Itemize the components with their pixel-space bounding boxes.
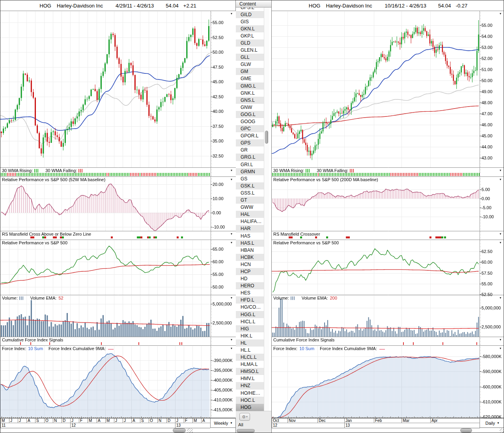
ticker-row[interactable]: GPS: [236, 139, 264, 146]
symbol: HOG: [309, 3, 321, 9]
ticker-row[interactable]: GOG.L: [236, 111, 264, 118]
wma-rising-label: 30 WMA Rising:: [2, 168, 33, 173]
ticker-row[interactable]: HOC.L: [236, 397, 264, 404]
ticker-row[interactable]: GSK.L: [236, 182, 264, 189]
axis-label: -415,000K: [213, 407, 233, 412]
ticker-row[interactable]: HNZ: [236, 382, 264, 389]
ticker-row[interactable]: HICL.L: [236, 318, 264, 325]
ticker-row[interactable]: HCP: [236, 268, 264, 275]
pane-collapse-button[interactable]: ▾: [231, 241, 232, 244]
list-scope-label[interactable]: All: [238, 422, 243, 427]
ticker-list-header[interactable]: Content: [236, 0, 271, 7]
ticker-row[interactable]: GOOG: [236, 118, 264, 125]
ticker-row[interactable]: GLW: [236, 61, 264, 68]
ticker-row[interactable]: GNW: [236, 104, 264, 111]
chart-canvas-right[interactable]: [272, 11, 504, 418]
pane-collapse-button[interactable]: ▾: [231, 178, 232, 181]
resize-grip[interactable]: [500, 428, 504, 433]
ticker-row[interactable]: HCN: [236, 261, 264, 268]
wma-falling-label: 30 WMA Falling:: [317, 168, 348, 173]
ticker-row[interactable]: GLL: [236, 54, 264, 61]
ticker-row[interactable]: GMG.L: [236, 82, 264, 90]
ticker-list-hscrollbar[interactable]: [237, 429, 260, 433]
ticker-row[interactable]: HG/CO…: [236, 304, 264, 311]
ticker-row[interactable]: HIG: [236, 325, 264, 332]
pane-collapse-button[interactable]: ▾: [500, 169, 501, 172]
ticker-row[interactable]: HALIFA…: [236, 218, 264, 225]
horizontal-scrollbar-thumb[interactable]: [173, 428, 186, 433]
list-actions-button[interactable]: ⚙ ▾: [239, 413, 250, 421]
ticker-row[interactable]: GKN.L: [236, 25, 264, 32]
ticker-row[interactable]: HAL: [236, 211, 264, 218]
pane-collapse-button[interactable]: ▾: [500, 241, 501, 244]
ticker-row[interactable]: GNK.L: [236, 90, 264, 97]
pane-collapse-button[interactable]: ▾: [231, 12, 232, 15]
pane-collapse-button[interactable]: ▾: [500, 338, 501, 341]
timeframe-selector[interactable]: Weekly ▾: [210, 418, 235, 428]
pane-collapse-button[interactable]: ▾: [231, 232, 232, 236]
ticker-row[interactable]: HL: [236, 339, 264, 347]
ticker-row[interactable]: GSS.L: [236, 189, 264, 197]
ticker-row[interactable]: HMSO.L: [236, 368, 264, 375]
pane-collapse-button[interactable]: ▾: [231, 169, 232, 172]
ticker-row[interactable]: GLEN.L: [236, 47, 264, 54]
ticker-row[interactable]: HL.L: [236, 347, 264, 354]
pane-collapse-button[interactable]: ▾: [231, 338, 232, 341]
ticker-row[interactable]: HES: [236, 289, 264, 296]
timeframe-selector[interactable]: Daily ▾: [480, 418, 504, 428]
ticker-row[interactable]: HLCL.L: [236, 354, 264, 361]
axis-label: 49.00: [482, 89, 493, 94]
ticker-row[interactable]: GR: [236, 146, 264, 154]
ticker-row[interactable]: GILD: [236, 11, 264, 18]
ticker-row[interactable]: HERO: [236, 282, 264, 289]
volume-legend: Volume:Volume EMA:52: [2, 296, 63, 300]
pane-collapse-button[interactable]: ▾: [500, 232, 501, 236]
pane-collapse-button[interactable]: ▾: [231, 296, 232, 300]
ticker-row[interactable]: GME: [236, 75, 264, 82]
falling-ticks-swatch-icon: [350, 169, 354, 172]
cfi-pane-title: Cumulative Force Index Signals: [2, 337, 63, 342]
ticker-row[interactable]: GLD: [236, 39, 264, 47]
ticker-row[interactable]: HGG.L: [236, 311, 264, 318]
ticker-row[interactable]: HIK.L: [236, 332, 264, 339]
ticker-row[interactable]: HD: [236, 275, 264, 282]
ticker-row[interactable]: GPC: [236, 125, 264, 132]
ticker-list-scrollbar[interactable]: [264, 7, 269, 411]
chevron-down-icon: ▾: [497, 421, 499, 425]
pane-collapse-button[interactable]: ▾: [500, 347, 501, 350]
volume-ema-value: 52: [58, 296, 63, 300]
ticker-list-title: Content: [239, 1, 256, 7]
ticker-row[interactable]: GPOR.L: [236, 132, 264, 139]
ticker-row[interactable]: GIS: [236, 18, 264, 25]
ticker-row[interactable]: GS: [236, 175, 264, 182]
ticker-row[interactable]: HAS.L: [236, 240, 264, 247]
ticker-row[interactable]: GRG.L: [236, 154, 264, 161]
axis-label: 48.00: [482, 100, 493, 105]
horizontal-scrollbar-thumb[interactable]: [460, 428, 472, 433]
ticker-row[interactable]: HBAN: [236, 247, 264, 254]
chart-canvas-left[interactable]: [0, 11, 236, 418]
ticker-row[interactable]: GT: [236, 197, 264, 204]
ticker-row[interactable]: HAR: [236, 225, 264, 232]
ticker-row[interactable]: HOG: [236, 404, 264, 411]
resize-grip[interactable]: [187, 428, 193, 433]
ticker-row[interactable]: GRI.L: [236, 161, 264, 168]
ticker-row[interactable]: GKP.L: [236, 32, 264, 39]
scrollbar-thumb[interactable]: [237, 429, 255, 433]
ticker-row[interactable]: HLMA.L: [236, 361, 264, 368]
pane-collapse-button[interactable]: ▾: [231, 347, 232, 350]
pane-collapse-button[interactable]: ▾: [500, 296, 501, 300]
ticker-row[interactable]: GM: [236, 68, 264, 75]
ticker-row[interactable]: GRMN: [236, 168, 264, 175]
ticker-row[interactable]: GNS.L: [236, 97, 264, 104]
axis-label: -410,000K: [213, 397, 233, 402]
ticker-row[interactable]: HAS: [236, 232, 264, 240]
pane-collapse-button[interactable]: ▾: [500, 178, 501, 181]
scrollbar-thumb[interactable]: [265, 131, 268, 144]
ticker-row[interactable]: GWW: [236, 204, 264, 211]
ticker-row[interactable]: HMV.L: [236, 375, 264, 382]
ticker-row[interactable]: HO/HE…: [236, 390, 264, 397]
ticker-row[interactable]: HFD.L: [236, 296, 264, 304]
ticker-row[interactable]: HCBK: [236, 254, 264, 261]
pane-collapse-button[interactable]: ▾: [500, 12, 501, 15]
